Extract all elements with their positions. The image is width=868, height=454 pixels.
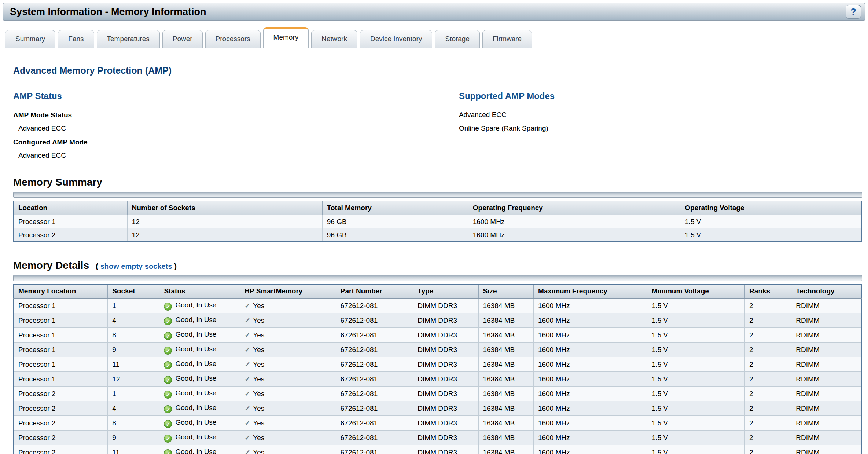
tab[interactable]: Fans — [58, 30, 94, 48]
cell-technology: RDIMM — [791, 372, 862, 387]
cell-maximum-frequency: 1600 MHz — [533, 372, 647, 387]
cell-status: ✓Good, In Use — [159, 445, 240, 454]
tab-label: Summary — [15, 35, 45, 43]
cell-part-number: 672612-081 — [336, 343, 413, 357]
cell-part-number: 672612-081 — [336, 431, 413, 445]
status-text: Good, In Use — [175, 418, 216, 426]
status-good-icon: ✓ — [164, 376, 172, 384]
cell-socket: 11 — [108, 357, 159, 372]
status-text: Good, In Use — [175, 330, 216, 338]
tab[interactable]: Device Inventory — [360, 30, 433, 48]
cell-memory-location: Processor 1 — [14, 328, 108, 343]
cell-socket: 9 — [108, 343, 159, 357]
cell-ranks: 2 — [745, 298, 791, 313]
table-row: Processor 2 9 ✓Good, In Use ✓Yes 672612-… — [14, 431, 862, 445]
cell-type: DIMM DDR3 — [413, 445, 478, 454]
show-empty-sockets-link[interactable]: show empty sockets — [100, 262, 172, 271]
status-good-icon: ✓ — [164, 449, 172, 454]
tab[interactable]: Power — [162, 30, 203, 48]
tab[interactable]: Processors — [205, 30, 261, 48]
tab-label: Storage — [445, 35, 470, 43]
cell-minimum-voltage: 1.5 V — [647, 357, 744, 372]
tab[interactable]: Temperatures — [97, 30, 160, 48]
tab[interactable]: Storage — [435, 30, 480, 48]
cell-status: ✓Good, In Use — [159, 387, 240, 401]
cell-socket: 1 — [108, 387, 159, 401]
table-row: Processor 1 8 ✓Good, In Use ✓Yes 672612-… — [14, 328, 862, 343]
page-title: System Information - Memory Information — [10, 6, 206, 18]
status-text: Good, In Use — [175, 360, 216, 367]
tab[interactable]: Network — [311, 30, 357, 48]
tab[interactable]: Memory — [263, 27, 309, 48]
column-header: Minimum Voltage — [647, 284, 744, 298]
column-header: Operating Frequency — [468, 201, 680, 215]
table-row: Processor 1 4 ✓Good, In Use ✓Yes 672612-… — [14, 313, 862, 328]
tab-label: Temperatures — [107, 35, 150, 43]
column-header: Maximum Frequency — [533, 284, 647, 298]
cell-memory-location: Processor 2 — [14, 431, 108, 445]
cell-size: 16384 MB — [478, 445, 533, 454]
cell-smartmemory: ✓Yes — [240, 343, 336, 357]
cell-minimum-voltage: 1.5 V — [647, 328, 744, 343]
cell-socket: 8 — [108, 416, 159, 431]
amp-grid: AMP Status AMP Mode Status Advanced ECC … — [13, 79, 862, 160]
column-header: Location — [14, 201, 127, 215]
cell-operating-frequency: 1600 MHz — [468, 215, 680, 228]
check-icon: ✓ — [244, 375, 250, 383]
cell-total-memory: 96 GB — [322, 215, 468, 228]
tab-label: Processors — [216, 35, 250, 43]
cell-maximum-frequency: 1600 MHz — [533, 401, 647, 416]
cell-socket: 4 — [108, 401, 159, 416]
column-header: Total Memory — [322, 201, 468, 215]
tab[interactable]: Summary — [5, 30, 55, 48]
cell-memory-location: Processor 2 — [14, 387, 108, 401]
amp-status-title: AMP Status — [13, 91, 433, 105]
cell-size: 16384 MB — [478, 387, 533, 401]
cell-memory-location: Processor 2 — [14, 445, 108, 454]
cell-technology: RDIMM — [791, 357, 862, 372]
tab-label: Memory — [273, 33, 299, 41]
cell-part-number: 672612-081 — [336, 445, 413, 454]
cell-maximum-frequency: 1600 MHz — [533, 313, 647, 328]
cell-status: ✓Good, In Use — [159, 298, 240, 313]
tab[interactable]: Firmware — [482, 30, 532, 48]
cell-part-number: 672612-081 — [336, 372, 413, 387]
cell-memory-location: Processor 2 — [14, 416, 108, 431]
cell-ranks: 2 — [745, 445, 791, 454]
status-good-icon: ✓ — [164, 361, 172, 369]
cell-maximum-frequency: 1600 MHz — [533, 416, 647, 431]
check-icon: ✓ — [244, 360, 250, 368]
smartmemory-text: Yes — [253, 302, 264, 310]
status-good-icon: ✓ — [164, 391, 172, 399]
help-button[interactable]: ? — [846, 5, 861, 19]
cell-smartmemory: ✓Yes — [240, 416, 336, 431]
cell-minimum-voltage: 1.5 V — [647, 387, 744, 401]
memory-details-title: Memory Details — [13, 260, 89, 271]
cell-operating-frequency: 1600 MHz — [468, 228, 680, 242]
cell-minimum-voltage: 1.5 V — [647, 343, 744, 357]
check-icon: ✓ — [244, 419, 250, 427]
link-close-paren: ) — [174, 262, 177, 271]
cell-type: DIMM DDR3 — [413, 313, 478, 328]
status-good-icon: ✓ — [164, 420, 172, 428]
column-header: HP SmartMemory — [240, 284, 336, 298]
table-row: Processor 1 12 ✓Good, In Use ✓Yes 672612… — [14, 372, 862, 387]
cell-socket: 8 — [108, 328, 159, 343]
column-header: Socket — [108, 284, 159, 298]
cell-smartmemory: ✓Yes — [240, 431, 336, 445]
column-header: Status — [159, 284, 240, 298]
supported-mode-item: Advanced ECC — [459, 111, 862, 119]
status-good-icon: ✓ — [164, 435, 172, 443]
tab-label: Device Inventory — [370, 35, 422, 43]
cell-part-number: 672612-081 — [336, 298, 413, 313]
smartmemory-text: Yes — [253, 375, 264, 383]
cell-memory-location: Processor 2 — [14, 401, 108, 416]
cell-operating-voltage: 1.5 V — [680, 215, 862, 228]
table-row: Processor 2 8 ✓Good, In Use ✓Yes 672612-… — [14, 416, 862, 431]
cell-maximum-frequency: 1600 MHz — [533, 387, 647, 401]
cell-size: 16384 MB — [478, 357, 533, 372]
column-header: Number of Sockets — [127, 201, 322, 215]
table-row: Processor 1 9 ✓Good, In Use ✓Yes 672612-… — [14, 343, 862, 357]
cell-size: 16384 MB — [478, 401, 533, 416]
cell-technology: RDIMM — [791, 431, 862, 445]
